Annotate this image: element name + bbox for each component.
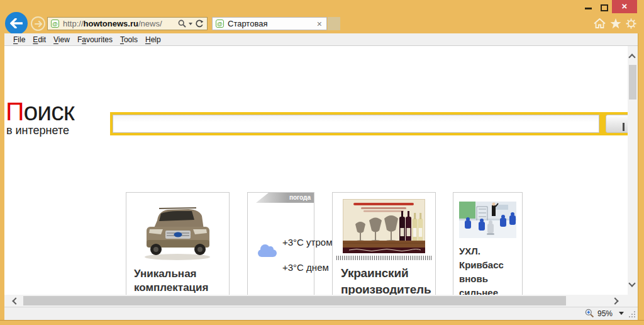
cloud-icon xyxy=(258,249,277,257)
wine-ad-image xyxy=(343,199,425,253)
tab-title: Стартовая xyxy=(228,19,316,28)
refresh-icon[interactable] xyxy=(195,20,204,28)
news-card-wine[interactable]: Украинский производитель xyxy=(332,192,436,295)
logo-subtitle: в интернете xyxy=(6,125,69,136)
zoom-magnifier-icon xyxy=(585,309,594,318)
card-title: Уникальная комплектация xyxy=(126,263,229,295)
minimize-button[interactable] xyxy=(585,8,592,9)
search-input-frame xyxy=(110,112,602,135)
scroll-down-icon[interactable] xyxy=(628,280,635,287)
address-bar[interactable]: @ http://howtonews.ru/news/ xyxy=(47,17,208,30)
vertical-scroll-thumb[interactable] xyxy=(629,65,636,100)
zoom-control[interactable]: 95% xyxy=(585,309,613,318)
new-tab-button[interactable] xyxy=(328,17,340,30)
menu-item-help[interactable]: Help xyxy=(145,35,161,44)
zoom-caret-icon[interactable] xyxy=(619,312,624,315)
menu-item-tools[interactable]: Tools xyxy=(120,35,138,44)
weather-morning: +3°C утром xyxy=(282,237,332,248)
tab-favicon-icon: @ xyxy=(216,20,224,28)
browser-tab[interactable]: @ Стартовая × xyxy=(212,17,327,30)
card-title: УХЛ. Кривбасс вновь сильнее xyxy=(453,238,516,295)
back-arrow-icon xyxy=(10,18,23,28)
address-search-icon[interactable] xyxy=(178,20,186,28)
close-button[interactable]: × xyxy=(612,0,637,13)
window-border-bottom xyxy=(0,320,644,325)
menu-bar: File Edit View Favourites Tools Help xyxy=(4,33,638,46)
card-title: Украинский производитель xyxy=(333,260,435,295)
weather-card[interactable]: погода +3°C утром +3°C днем xyxy=(247,192,314,295)
home-icon[interactable] xyxy=(594,18,606,28)
horizontal-scroll-thumb[interactable] xyxy=(23,296,566,305)
search-button[interactable] xyxy=(606,115,628,133)
menu-item-file[interactable]: File xyxy=(13,35,25,44)
weather-day: +3°C днем xyxy=(282,262,329,273)
search-input[interactable] xyxy=(113,115,599,133)
search-options-caret-icon[interactable] xyxy=(189,23,192,25)
menu-item-edit[interactable]: Edit xyxy=(33,35,46,44)
address-url[interactable]: http://howtonews.ru/news/ xyxy=(63,19,178,28)
browser-window: × @ http://howtonews.ru/news/ xyxy=(0,0,644,325)
scroll-right-icon[interactable] xyxy=(611,297,618,304)
window-border-left xyxy=(0,33,4,320)
status-bar: 95% xyxy=(4,307,638,320)
vertical-scrollbar[interactable] xyxy=(628,46,638,295)
page-content: Поиск в интернете xyxy=(4,46,628,295)
maximize-button[interactable] xyxy=(601,4,608,11)
news-card-hockey[interactable]: УХЛ. Кривбасс вновь сильнее xyxy=(453,192,523,295)
zoom-level: 95% xyxy=(597,309,613,318)
logo-accent-letter: П xyxy=(6,97,23,126)
menu-item-view[interactable]: View xyxy=(53,35,70,44)
favorites-star-icon[interactable] xyxy=(610,18,621,29)
settings-gear-icon[interactable] xyxy=(626,18,636,29)
ad-fineprint xyxy=(336,256,431,260)
scroll-left-icon[interactable] xyxy=(12,297,19,304)
forward-button[interactable] xyxy=(31,16,45,31)
logo-rest: оиск xyxy=(23,97,74,126)
close-icon: × xyxy=(622,1,628,11)
forward-arrow-icon xyxy=(35,21,42,27)
site-logo: Поиск xyxy=(6,99,74,125)
search-button-glyph xyxy=(623,123,625,131)
scrollbar-corner xyxy=(628,295,638,307)
back-button[interactable] xyxy=(5,12,28,35)
hockey-image xyxy=(459,202,516,238)
news-card-car[interactable]: Уникальная комплектация xyxy=(126,192,230,295)
search-button-zone xyxy=(602,112,628,135)
car-image xyxy=(138,200,217,263)
menu-item-favourites[interactable]: Favourites xyxy=(77,35,113,44)
window-titlebar: × @ http://howtonews.ru/news/ xyxy=(0,0,644,33)
scroll-up-icon[interactable] xyxy=(628,54,635,60)
resize-grip[interactable] xyxy=(634,316,635,317)
site-favicon-icon: @ xyxy=(51,20,59,28)
horizontal-scrollbar[interactable] xyxy=(4,295,628,307)
weather-badge: погода xyxy=(256,193,314,203)
tab-close-icon[interactable]: × xyxy=(316,20,323,28)
window-border-right xyxy=(638,33,644,320)
